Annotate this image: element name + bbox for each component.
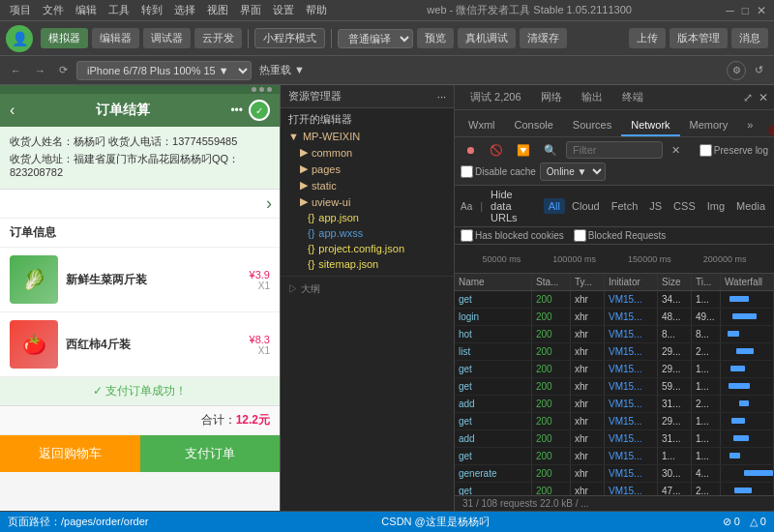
col-size[interactable]: Size [658, 274, 692, 290]
filter-all[interactable]: All [544, 198, 565, 214]
search-toggle-btn[interactable]: 🔍 [539, 142, 562, 159]
back-arrow-icon[interactable]: ‹ [10, 102, 15, 119]
tab-console[interactable]: Console [505, 115, 563, 136]
tab-network[interactable]: Network [621, 115, 679, 136]
table-row[interactable]: list 200 xhr VM15... 29... 2... [455, 343, 774, 361]
table-row[interactable]: login 200 xhr VM15... 48... 49... [455, 309, 774, 326]
filter-cloud[interactable]: Cloud [567, 198, 605, 214]
tree-item-pages[interactable]: ▶ pages [281, 161, 454, 177]
close-btn[interactable]: ✕ [757, 4, 766, 17]
toggle-icon[interactable]: ✓ [249, 100, 270, 121]
more-dots-icon[interactable]: ••• [230, 103, 243, 117]
filter-media[interactable]: Media [731, 198, 768, 214]
devtools-expand-icon[interactable]: ⤢ [743, 91, 753, 104]
nav-forward-btn[interactable]: → [30, 63, 50, 78]
tree-item-app-json[interactable]: {} app.json [281, 210, 454, 225]
table-row[interactable]: add 200 xhr VM15... 31... 2... [455, 396, 774, 413]
refresh-sim-btn[interactable]: ↺ [750, 62, 768, 78]
real-machine-btn[interactable]: 真机调试 [458, 28, 516, 48]
table-row[interactable]: hot 200 xhr VM15... 8... 8... [455, 326, 774, 343]
preserve-log-checkbox[interactable] [700, 144, 712, 157]
menu-interface[interactable]: 界面 [234, 3, 267, 17]
version-btn[interactable]: 版本管理 [670, 28, 728, 48]
preview-btn[interactable]: 预览 [417, 28, 454, 48]
editor-tab[interactable]: 编辑器 [92, 28, 139, 48]
devtools-close-icon[interactable]: ✕ [759, 91, 768, 104]
tab-more[interactable]: » [737, 115, 762, 136]
menu-edit[interactable]: 编辑 [70, 3, 103, 17]
table-row[interactable]: generate 200 xhr VM15... 30... 4... [455, 465, 774, 483]
filter-css[interactable]: CSS [669, 198, 700, 214]
tree-item-project-config[interactable]: {} project.config.json [281, 241, 454, 256]
col-initiator[interactable]: Initiator [605, 274, 658, 290]
upload-btn[interactable]: 上传 [629, 28, 666, 48]
menu-settings[interactable]: 设置 [267, 3, 300, 17]
record-btn[interactable]: ⏺ [461, 142, 481, 158]
has-blocked-cookies-check[interactable]: Has blocked cookies [461, 229, 564, 242]
devtools-tab-debug[interactable]: 调试 2,206 [461, 86, 531, 108]
menu-help[interactable]: 帮助 [300, 3, 333, 17]
open-editors-label[interactable]: 打开的编辑器 [281, 110, 454, 129]
compile-select[interactable]: 普通编译 [338, 29, 413, 48]
tab-sources[interactable]: Sources [563, 115, 621, 136]
settings-icon-btn[interactable]: ⚙ [727, 61, 746, 80]
has-blocked-cookies-checkbox[interactable] [461, 229, 473, 242]
maximize-btn[interactable]: □ [742, 4, 749, 17]
table-row[interactable]: get 200 xhr VM15... 29... 1... [455, 413, 774, 430]
disable-cache-check[interactable]: Disable cache [461, 165, 536, 178]
blocked-requests-checkbox[interactable] [574, 229, 586, 242]
minimize-btn[interactable]: ─ [726, 4, 734, 17]
filter-toggle-btn[interactable]: 🔽 [512, 142, 535, 159]
preserve-log-check[interactable]: Preserve log [700, 144, 768, 157]
filter-js[interactable]: JS [644, 198, 667, 214]
file-panel-more-icon[interactable]: ··· [437, 91, 446, 103]
table-row[interactable]: add 200 xhr VM15... 31... 1... [455, 430, 774, 448]
menu-project[interactable]: 项目 [4, 3, 37, 17]
devtools-tab-terminal[interactable]: 终端 [612, 86, 653, 108]
nav-back-btn[interactable]: ← [6, 63, 26, 78]
tab-memory[interactable]: Memory [680, 115, 738, 136]
tree-item-common[interactable]: ▶ common [281, 144, 454, 161]
tree-item-uview-ui[interactable]: ▶ uview-ui [281, 193, 454, 210]
menu-view[interactable]: 视图 [201, 3, 234, 17]
device-select[interactable]: iPhone 6/7/8 Plus 100% 15 ▼ [76, 61, 252, 80]
blocked-requests-check[interactable]: Blocked Requests [574, 229, 667, 242]
disable-cache-checkbox[interactable] [461, 165, 473, 178]
menu-select[interactable]: 选择 [168, 3, 201, 17]
mode-button[interactable]: 小程序模式 [254, 28, 325, 48]
table-row[interactable]: get 200 xhr VM15... 34... 1... [455, 291, 774, 309]
close-filter-btn[interactable]: ✕ [667, 142, 685, 159]
clear-network-btn[interactable]: 🚫 [485, 142, 508, 159]
devtools-tab-output[interactable]: 输出 [572, 86, 612, 108]
table-row[interactable]: get 200 xhr VM15... 59... 1... [455, 378, 774, 396]
return-cart-btn[interactable]: 返回购物车 [0, 435, 140, 472]
col-time[interactable]: Ti... [692, 274, 721, 290]
expand-arrow-icon[interactable]: › [266, 193, 272, 214]
nav-refresh-btn[interactable]: ⟳ [54, 62, 73, 78]
debugger-tab[interactable]: 调试器 [143, 28, 191, 48]
devtools-tab-network[interactable]: 网络 [531, 86, 572, 108]
simulator-tab[interactable]: 模拟器 [41, 28, 88, 48]
pay-order-btn[interactable]: 支付订单 [140, 435, 281, 472]
root-folder[interactable]: ▼ MP-WEIXIN [281, 129, 454, 144]
table-row[interactable]: get 200 xhr VM15... 47... 2... [455, 483, 774, 495]
notice-btn[interactable]: 消息 [731, 28, 768, 48]
menu-goto[interactable]: 转到 [135, 3, 168, 17]
tab-wxml[interactable]: Wxml [459, 115, 505, 136]
clear-cache-btn[interactable]: 清缓存 [520, 28, 567, 48]
col-type[interactable]: Ty... [571, 274, 605, 290]
table-row[interactable]: get 200 xhr VM15... 1... 1... [455, 448, 774, 465]
col-name[interactable]: Name [455, 274, 532, 290]
tree-item-static[interactable]: ▶ static [281, 177, 454, 193]
filter-img[interactable]: Img [702, 198, 729, 214]
col-waterfall[interactable]: Waterfall [721, 274, 774, 290]
menu-file[interactable]: 文件 [37, 3, 70, 17]
menu-tool[interactable]: 工具 [103, 3, 135, 17]
col-status[interactable]: Sta... [532, 274, 571, 290]
filter-fetch[interactable]: Fetch [607, 198, 643, 214]
tree-item-sitemap[interactable]: {} sitemap.json [281, 256, 454, 272]
cloud-dev-tab[interactable]: 云开发 [194, 28, 242, 48]
throttle-select[interactable]: Online ▼ [540, 163, 606, 181]
table-row[interactable]: get 200 xhr VM15... 29... 1... [455, 361, 774, 378]
tree-item-app-wxss[interactable]: {} app.wxss [281, 225, 454, 241]
